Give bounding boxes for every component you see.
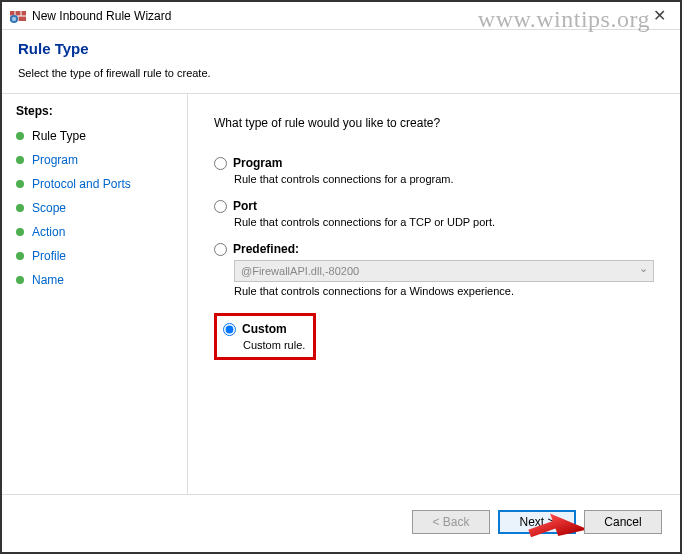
option-port: Port Rule that controls connections for … bbox=[214, 199, 654, 228]
radio-predefined-label: Predefined: bbox=[233, 242, 299, 256]
step-bullet-icon bbox=[16, 204, 24, 212]
radio-predefined-desc: Rule that controls connections for a Win… bbox=[234, 285, 654, 297]
main-panel: What type of rule would you like to crea… bbox=[188, 94, 680, 494]
svg-point-6 bbox=[12, 16, 16, 20]
step-rule-type[interactable]: Rule Type bbox=[16, 124, 173, 148]
wizard-header: Rule Type Select the type of firewall ru… bbox=[2, 30, 680, 94]
main-prompt: What type of rule would you like to crea… bbox=[214, 116, 654, 130]
close-icon[interactable]: ✕ bbox=[647, 8, 672, 24]
radio-predefined-input[interactable] bbox=[214, 243, 227, 256]
predefined-select[interactable]: @FirewallAPI.dll,-80200 bbox=[234, 260, 654, 282]
page-title: Rule Type bbox=[18, 40, 664, 57]
step-bullet-icon bbox=[16, 252, 24, 260]
firewall-icon bbox=[10, 8, 26, 24]
cancel-button[interactable]: Cancel bbox=[584, 510, 662, 534]
step-label: Scope bbox=[32, 201, 66, 215]
steps-sidebar: Steps: Rule Type Program Protocol and Po… bbox=[2, 94, 188, 494]
step-label: Rule Type bbox=[32, 129, 86, 143]
step-action[interactable]: Action bbox=[16, 220, 173, 244]
radio-program-label: Program bbox=[233, 156, 282, 170]
step-label: Action bbox=[32, 225, 65, 239]
step-label: Profile bbox=[32, 249, 66, 263]
radio-predefined[interactable]: Predefined: bbox=[214, 242, 654, 256]
step-bullet-icon bbox=[16, 156, 24, 164]
wizard-footer: < Back Next > Cancel bbox=[2, 494, 680, 548]
rule-type-radio-group: Program Rule that controls connections f… bbox=[214, 156, 654, 360]
radio-program-desc: Rule that controls connections for a pro… bbox=[234, 173, 654, 185]
titlebar: New Inbound Rule Wizard ✕ bbox=[2, 2, 680, 30]
radio-custom-desc: Custom rule. bbox=[243, 339, 305, 351]
radio-port-desc: Rule that controls connections for a TCP… bbox=[234, 216, 654, 228]
next-button[interactable]: Next > bbox=[498, 510, 576, 534]
radio-port-input[interactable] bbox=[214, 200, 227, 213]
radio-port-label: Port bbox=[233, 199, 257, 213]
step-label: Program bbox=[32, 153, 78, 167]
back-button[interactable]: < Back bbox=[412, 510, 490, 534]
radio-custom-label: Custom bbox=[242, 322, 287, 336]
step-profile[interactable]: Profile bbox=[16, 244, 173, 268]
step-label: Protocol and Ports bbox=[32, 177, 131, 191]
custom-highlight: Custom Custom rule. bbox=[214, 313, 316, 360]
step-bullet-icon bbox=[16, 180, 24, 188]
step-protocol-ports[interactable]: Protocol and Ports bbox=[16, 172, 173, 196]
steps-heading: Steps: bbox=[16, 104, 173, 118]
radio-program-input[interactable] bbox=[214, 157, 227, 170]
option-predefined: Predefined: @FirewallAPI.dll,-80200 Rule… bbox=[214, 242, 654, 297]
radio-custom-input[interactable] bbox=[223, 323, 236, 336]
window-title: New Inbound Rule Wizard bbox=[32, 9, 647, 23]
radio-port[interactable]: Port bbox=[214, 199, 654, 213]
step-scope[interactable]: Scope bbox=[16, 196, 173, 220]
page-subtitle: Select the type of firewall rule to crea… bbox=[18, 67, 664, 79]
radio-program[interactable]: Program bbox=[214, 156, 654, 170]
step-bullet-icon bbox=[16, 228, 24, 236]
wizard-body: Steps: Rule Type Program Protocol and Po… bbox=[2, 94, 680, 494]
option-program: Program Rule that controls connections f… bbox=[214, 156, 654, 185]
step-name[interactable]: Name bbox=[16, 268, 173, 292]
step-label: Name bbox=[32, 273, 64, 287]
radio-custom[interactable]: Custom bbox=[223, 322, 305, 336]
step-bullet-icon bbox=[16, 276, 24, 284]
option-custom: Custom Custom rule. bbox=[223, 322, 305, 351]
step-bullet-icon bbox=[16, 132, 24, 140]
step-program[interactable]: Program bbox=[16, 148, 173, 172]
